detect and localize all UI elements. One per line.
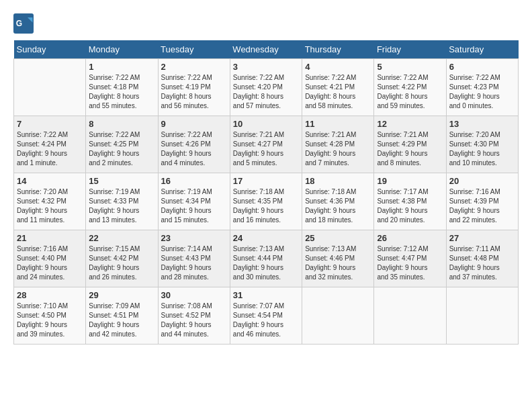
calendar-cell: 20Sunrise: 7:16 AM Sunset: 4:39 PM Dayli… (446, 173, 518, 230)
day-info: Sunrise: 7:22 AM Sunset: 4:24 PM Dayligh… (17, 130, 83, 168)
calendar-cell: 29Sunrise: 7:09 AM Sunset: 4:51 PM Dayli… (86, 287, 158, 345)
calendar-cell: 15Sunrise: 7:19 AM Sunset: 4:33 PM Dayli… (86, 173, 158, 230)
day-number: 21 (17, 233, 83, 243)
day-info: Sunrise: 7:20 AM Sunset: 4:30 PM Dayligh… (449, 130, 515, 168)
day-number: 5 (377, 62, 443, 72)
day-info: Sunrise: 7:22 AM Sunset: 4:26 PM Dayligh… (161, 130, 227, 168)
day-number: 30 (161, 290, 227, 300)
week-row-4: 21Sunrise: 7:16 AM Sunset: 4:40 PM Dayli… (14, 230, 519, 287)
day-info: Sunrise: 7:21 AM Sunset: 4:29 PM Dayligh… (377, 130, 443, 168)
day-number: 3 (233, 62, 299, 72)
day-info: Sunrise: 7:18 AM Sunset: 4:36 PM Dayligh… (305, 187, 371, 225)
column-header-thursday: Thursday (302, 40, 374, 59)
day-info: Sunrise: 7:16 AM Sunset: 4:40 PM Dayligh… (17, 244, 83, 282)
day-number: 17 (233, 176, 299, 186)
day-info: Sunrise: 7:21 AM Sunset: 4:28 PM Dayligh… (305, 130, 371, 168)
column-header-sunday: Sunday (14, 40, 86, 59)
calendar-cell: 11Sunrise: 7:21 AM Sunset: 4:28 PM Dayli… (302, 116, 374, 173)
calendar-cell: 6Sunrise: 7:22 AM Sunset: 4:23 PM Daylig… (446, 59, 518, 116)
day-info: Sunrise: 7:20 AM Sunset: 4:32 PM Dayligh… (17, 187, 83, 225)
logo-icon: G (13, 13, 34, 34)
day-info: Sunrise: 7:08 AM Sunset: 4:52 PM Dayligh… (161, 302, 227, 339)
calendar-cell: 28Sunrise: 7:10 AM Sunset: 4:50 PM Dayli… (14, 287, 86, 345)
calendar-cell: 19Sunrise: 7:17 AM Sunset: 4:38 PM Dayli… (374, 173, 446, 230)
calendar-cell: 2Sunrise: 7:22 AM Sunset: 4:19 PM Daylig… (158, 59, 230, 116)
calendar-cell: 12Sunrise: 7:21 AM Sunset: 4:29 PM Dayli… (374, 116, 446, 173)
calendar-cell: 27Sunrise: 7:11 AM Sunset: 4:48 PM Dayli… (446, 230, 518, 287)
day-info: Sunrise: 7:22 AM Sunset: 4:19 PM Dayligh… (161, 73, 227, 111)
day-info: Sunrise: 7:15 AM Sunset: 4:42 PM Dayligh… (89, 244, 154, 282)
calendar-cell: 4Sunrise: 7:22 AM Sunset: 4:21 PM Daylig… (302, 59, 374, 116)
calendar-cell: 17Sunrise: 7:18 AM Sunset: 4:35 PM Dayli… (230, 173, 302, 230)
calendar-cell (14, 59, 86, 116)
column-header-monday: Monday (86, 40, 158, 59)
calendar-cell: 7Sunrise: 7:22 AM Sunset: 4:24 PM Daylig… (14, 116, 86, 173)
logo: G (13, 13, 36, 34)
day-number: 7 (17, 119, 83, 129)
calendar-cell: 3Sunrise: 7:22 AM Sunset: 4:20 PM Daylig… (230, 59, 302, 116)
calendar-cell: 5Sunrise: 7:22 AM Sunset: 4:22 PM Daylig… (374, 59, 446, 116)
day-info: Sunrise: 7:07 AM Sunset: 4:54 PM Dayligh… (233, 302, 299, 339)
day-number: 19 (377, 176, 443, 186)
day-number: 27 (449, 233, 515, 243)
day-number: 13 (449, 119, 515, 129)
day-info: Sunrise: 7:16 AM Sunset: 4:39 PM Dayligh… (449, 187, 515, 225)
day-info: Sunrise: 7:21 AM Sunset: 4:27 PM Dayligh… (233, 130, 299, 168)
day-number: 29 (89, 290, 154, 300)
day-info: Sunrise: 7:09 AM Sunset: 4:51 PM Dayligh… (89, 302, 154, 339)
day-number: 11 (305, 119, 371, 129)
day-info: Sunrise: 7:12 AM Sunset: 4:47 PM Dayligh… (377, 244, 443, 282)
calendar-cell: 31Sunrise: 7:07 AM Sunset: 4:54 PM Dayli… (230, 287, 302, 345)
calendar-cell: 14Sunrise: 7:20 AM Sunset: 4:32 PM Dayli… (14, 173, 86, 230)
day-number: 22 (89, 233, 154, 243)
calendar-cell: 9Sunrise: 7:22 AM Sunset: 4:26 PM Daylig… (158, 116, 230, 173)
column-header-wednesday: Wednesday (230, 40, 302, 59)
column-header-tuesday: Tuesday (158, 40, 230, 59)
page-header: G (13, 13, 519, 34)
day-info: Sunrise: 7:22 AM Sunset: 4:23 PM Dayligh… (449, 73, 515, 111)
column-header-saturday: Saturday (446, 40, 518, 59)
calendar-cell: 8Sunrise: 7:22 AM Sunset: 4:25 PM Daylig… (86, 116, 158, 173)
day-info: Sunrise: 7:13 AM Sunset: 4:46 PM Dayligh… (305, 244, 371, 282)
day-info: Sunrise: 7:10 AM Sunset: 4:50 PM Dayligh… (17, 302, 83, 339)
day-info: Sunrise: 7:22 AM Sunset: 4:25 PM Dayligh… (89, 130, 154, 168)
calendar-cell: 26Sunrise: 7:12 AM Sunset: 4:47 PM Dayli… (374, 230, 446, 287)
week-row-1: 1Sunrise: 7:22 AM Sunset: 4:18 PM Daylig… (14, 59, 519, 116)
calendar-cell (374, 287, 446, 345)
day-number: 23 (161, 233, 227, 243)
day-number: 12 (377, 119, 443, 129)
day-info: Sunrise: 7:22 AM Sunset: 4:21 PM Dayligh… (305, 73, 371, 111)
calendar-cell: 25Sunrise: 7:13 AM Sunset: 4:46 PM Dayli… (302, 230, 374, 287)
day-number: 16 (161, 176, 227, 186)
day-info: Sunrise: 7:13 AM Sunset: 4:44 PM Dayligh… (233, 244, 299, 282)
day-info: Sunrise: 7:22 AM Sunset: 4:22 PM Dayligh… (377, 73, 443, 111)
day-info: Sunrise: 7:11 AM Sunset: 4:48 PM Dayligh… (449, 244, 515, 282)
day-number: 20 (449, 176, 515, 186)
day-number: 6 (449, 62, 515, 72)
column-header-friday: Friday (374, 40, 446, 59)
day-info: Sunrise: 7:19 AM Sunset: 4:33 PM Dayligh… (89, 187, 154, 225)
day-info: Sunrise: 7:19 AM Sunset: 4:34 PM Dayligh… (161, 187, 227, 225)
day-number: 24 (233, 233, 299, 243)
day-number: 18 (305, 176, 371, 186)
calendar-cell: 21Sunrise: 7:16 AM Sunset: 4:40 PM Dayli… (14, 230, 86, 287)
day-number: 2 (161, 62, 227, 72)
day-number: 25 (305, 233, 371, 243)
day-info: Sunrise: 7:18 AM Sunset: 4:35 PM Dayligh… (233, 187, 299, 225)
day-info: Sunrise: 7:22 AM Sunset: 4:18 PM Dayligh… (89, 73, 154, 111)
day-number: 15 (89, 176, 154, 186)
calendar-header-row: SundayMondayTuesdayWednesdayThursdayFrid… (14, 40, 519, 59)
calendar-cell: 18Sunrise: 7:18 AM Sunset: 4:36 PM Dayli… (302, 173, 374, 230)
calendar-cell: 22Sunrise: 7:15 AM Sunset: 4:42 PM Dayli… (86, 230, 158, 287)
day-number: 8 (89, 119, 154, 129)
calendar-cell (302, 287, 374, 345)
day-number: 9 (161, 119, 227, 129)
day-number: 10 (233, 119, 299, 129)
calendar-cell: 10Sunrise: 7:21 AM Sunset: 4:27 PM Dayli… (230, 116, 302, 173)
week-row-5: 28Sunrise: 7:10 AM Sunset: 4:50 PM Dayli… (14, 287, 519, 345)
svg-text:G: G (16, 19, 22, 28)
day-number: 28 (17, 290, 83, 300)
calendar-cell: 13Sunrise: 7:20 AM Sunset: 4:30 PM Dayli… (446, 116, 518, 173)
day-number: 4 (305, 62, 371, 72)
week-row-2: 7Sunrise: 7:22 AM Sunset: 4:24 PM Daylig… (14, 116, 519, 173)
